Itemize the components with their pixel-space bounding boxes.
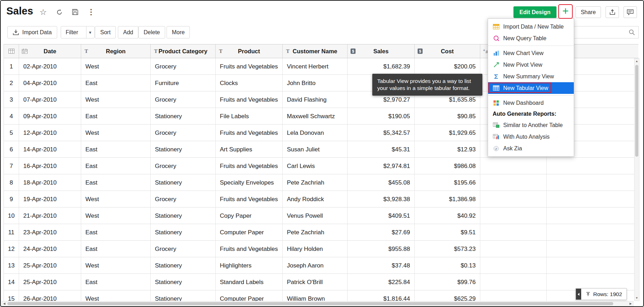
rows-count-body: Rows: 1902 xyxy=(581,289,626,300)
table-row[interactable]: 919-Apr-2010WestGroceryFruits and Vegeta… xyxy=(4,191,638,207)
currency-type-icon: $ xyxy=(350,48,356,54)
cell-date: 12-Apr-2010 xyxy=(19,125,81,141)
cell-cost: $9.51 xyxy=(415,224,480,240)
horizontal-scrollbar-thumb[interactable] xyxy=(7,302,613,305)
table-row[interactable]: 716-Apr-2010EastGroceryFruits and Vegeta… xyxy=(4,158,638,174)
comments-button[interactable] xyxy=(624,6,637,18)
vertical-scrollbar-thumb[interactable] xyxy=(635,65,638,157)
save-button[interactable] xyxy=(72,9,78,15)
table-row[interactable]: 1325-Apr-2010WestStationeryHighlightersJ… xyxy=(4,257,638,274)
rows-count-badge[interactable]: Rows: 1902 xyxy=(576,288,627,300)
table-row[interactable]: 1021-Apr-2010WestStationeryCopy PaperVen… xyxy=(4,207,638,224)
menu-item-with-auto-analysis[interactable]: With Auto Analysis xyxy=(488,131,574,143)
header-date[interactable]: Date xyxy=(19,44,81,58)
import-data-button[interactable]: Import Data xyxy=(7,26,57,38)
header-region[interactable]: T Region xyxy=(81,44,151,58)
cell-customer: Hilary Holden xyxy=(283,241,348,257)
table-row[interactable]: 1224-Apr-2010EastGroceryFruits and Veget… xyxy=(4,241,638,257)
share-button[interactable]: Share xyxy=(576,6,601,18)
cell-sales: $2,974.81 xyxy=(348,158,415,174)
cell-sales: $955.88 xyxy=(348,241,415,257)
cell-date: 07-Apr-2010 xyxy=(19,91,81,108)
cell-filler xyxy=(547,224,638,240)
menu-item-label: New Pivot View xyxy=(503,62,542,68)
cell-customer: David Flashing xyxy=(283,91,348,108)
cell-product: Fruits and Vegetables xyxy=(216,91,283,108)
menu-item-new-summary-view[interactable]: New Summary View xyxy=(488,71,574,82)
filter-button[interactable]: Filter xyxy=(61,26,83,38)
header-sales[interactable]: $ Sales xyxy=(348,44,415,58)
cell-customer: Pete Zachriah xyxy=(283,174,348,191)
delete-button[interactable]: Delete xyxy=(138,26,165,38)
menu-item-label: New Dashboard xyxy=(503,100,544,106)
add-button[interactable]: Add xyxy=(118,26,138,38)
menu-divider xyxy=(488,95,574,96)
cell-sales: $27.69 xyxy=(348,224,415,240)
cell-date: 04-Apr-2010 xyxy=(19,75,81,91)
svg-text:T: T xyxy=(219,49,223,54)
menu-item-similar-to-another-table[interactable]: Similar to Another Table xyxy=(488,119,574,131)
cell-date: 02-Apr-2010 xyxy=(19,58,81,74)
more-button[interactable]: More xyxy=(167,26,190,38)
scroll-left-arrow[interactable]: ◀ xyxy=(2,301,7,306)
cell-customer: Joseph Aaron xyxy=(283,257,348,273)
vertical-scrollbar[interactable]: ▲ ▼ xyxy=(634,58,639,301)
cell-num: 5 xyxy=(4,125,19,141)
cell-category: Grocery xyxy=(151,241,216,257)
table-row[interactable]: 1123-Apr-2010EastStationeryComputer Pape… xyxy=(4,224,638,241)
menu-item-new-chart-view[interactable]: New Chart View xyxy=(488,47,574,59)
sort-button[interactable]: Sort xyxy=(95,26,116,38)
header-cost[interactable]: $ Cost xyxy=(415,44,480,58)
cell-sales: $1,682.39 xyxy=(348,58,415,74)
edit-design-button[interactable]: Edit Design xyxy=(513,6,556,18)
menu-item-new-dashboard[interactable]: New Dashboard xyxy=(488,97,574,109)
cell-region: East xyxy=(81,75,151,91)
table-row[interactable]: 1425-Apr-2010EastStationeryStandard Labe… xyxy=(4,274,638,290)
menu-item-new-tabular-view[interactable]: New Tabular View xyxy=(488,82,574,94)
menu-divider xyxy=(488,46,574,46)
cell-region: East xyxy=(81,158,151,174)
save-icon xyxy=(72,9,78,15)
table-row[interactable]: 818-Apr-2010EastStationerySpecialty Enve… xyxy=(4,174,638,191)
cell-num: 10 xyxy=(4,207,19,224)
header-customer-name[interactable]: T Customer Name xyxy=(283,44,348,58)
cell-cost: $99.76 xyxy=(415,274,480,290)
more-options-button[interactable]: ⋮ xyxy=(88,8,95,16)
cell-num: 1 xyxy=(4,58,19,74)
export-button[interactable] xyxy=(606,6,619,18)
star-icon: ☆ xyxy=(40,7,47,17)
scroll-up-arrow[interactable]: ▲ xyxy=(634,59,639,64)
cell-product: Clocks xyxy=(216,75,283,91)
badge-collapse-tab[interactable] xyxy=(576,289,581,300)
refresh-button[interactable] xyxy=(56,9,63,16)
app-window: Sales ☆ ⋮ Edit Design + Share Import Dat… xyxy=(0,0,644,307)
header-label-date: Date xyxy=(44,48,56,55)
cell-filler xyxy=(547,158,638,174)
cell-region: East xyxy=(81,274,151,290)
zia-icon: z xyxy=(493,146,500,151)
cell-num: 8 xyxy=(4,174,19,191)
scroll-down-arrow[interactable]: ▼ xyxy=(634,295,639,301)
chart-view-icon xyxy=(493,50,500,56)
filter-dropdown-button[interactable]: ▼ xyxy=(86,26,94,38)
create-new-button[interactable]: + xyxy=(558,4,573,19)
cell-category: Stationery xyxy=(151,224,216,240)
cell-date: 23-Apr-2010 xyxy=(19,224,81,240)
dashboard-icon xyxy=(493,100,500,106)
cell-region: West xyxy=(81,207,151,224)
header-product[interactable]: T Product xyxy=(216,44,283,58)
menu-item-label: New Tabular View xyxy=(503,85,548,91)
menu-item-new-pivot-view[interactable]: New Pivot View xyxy=(488,59,574,71)
import-icon xyxy=(13,29,19,35)
scroll-right-arrow[interactable]: ▶ xyxy=(628,301,633,306)
header-product-category[interactable]: T Product Category xyxy=(151,44,216,58)
svg-text:+: + xyxy=(483,49,485,52)
menu-item-new-query-table[interactable]: New Query Table xyxy=(488,32,574,44)
header-select-all[interactable] xyxy=(4,44,19,58)
horizontal-scrollbar[interactable]: ◀ ▶ xyxy=(1,301,633,306)
menu-item-ask-zia[interactable]: zAsk Zia xyxy=(488,143,574,154)
svg-text:T: T xyxy=(286,49,290,54)
cell-extra xyxy=(480,174,547,191)
menu-item-import-data-new-table[interactable]: Import Data / New Table xyxy=(488,21,574,32)
favorite-star-button[interactable]: ☆ xyxy=(40,7,47,17)
